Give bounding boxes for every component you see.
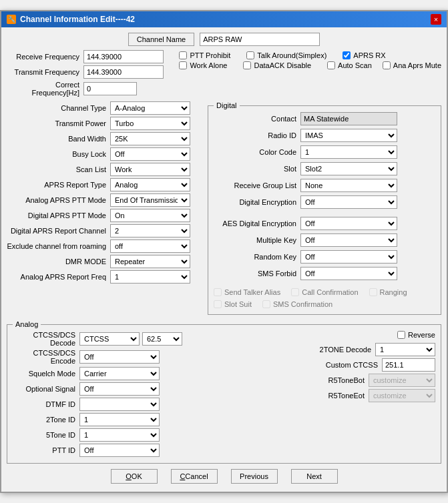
channel-type-label: Channel Type	[7, 104, 110, 112]
contact-label: Contact	[214, 115, 300, 123]
aes-enc-select[interactable]: Off	[300, 217, 397, 230]
random-key-select[interactable]: Off	[300, 250, 397, 264]
sms-forbid-select[interactable]: Off	[300, 267, 397, 280]
slot-row: Slot Slot2	[214, 162, 435, 175]
busy-lock-label: Busy Lock	[7, 150, 110, 158]
squelch-mode-select[interactable]: Carrier	[79, 367, 160, 380]
transmit-freq-input[interactable]	[83, 65, 164, 79]
custom-ctcss-input[interactable]	[382, 358, 435, 372]
ptt-id-select[interactable]: Off	[79, 444, 160, 457]
digital-legend: Digital	[214, 101, 240, 109]
content-area: Channel Name Receive Frequency Transmit …	[1, 27, 447, 492]
dataack-checkbox[interactable]	[243, 61, 251, 69]
aprs-rx-label: APRS RX	[353, 51, 385, 59]
ctcss-decode-extra-select[interactable]: 62.5	[142, 332, 182, 346]
digital-enc-select[interactable]: Off	[300, 195, 397, 209]
analog-aprs-ptt-row: Analog APRS PTT Mode End Of Transmission	[7, 193, 204, 207]
receive-group-select[interactable]: None	[300, 179, 397, 192]
multiple-key-row: Multiple Key Off	[214, 233, 435, 247]
analog-inner: CTCSS/DCS Decode CTCSS 62.5 CTCSS/DCS En…	[13, 331, 435, 459]
send-talker-checkbox[interactable]	[214, 288, 222, 296]
optional-signal-label: Optional Signal	[13, 385, 79, 393]
talk-around-checkbox[interactable]	[246, 51, 254, 59]
radio-id-row: Radio ID IMAS	[214, 129, 435, 142]
twotone-label: 2Tone ID	[13, 416, 79, 424]
previous-button[interactable]: Previous	[231, 469, 278, 484]
optional-signal-select[interactable]: Off	[79, 382, 160, 396]
color-code-select[interactable]: 1	[300, 145, 397, 159]
sms-forbid-label: SMS Forbid	[214, 270, 300, 278]
digital-enc-label: Digital Encryption	[214, 198, 300, 206]
ctcss-decode-label: CTCSS/DCS Decode	[13, 331, 79, 347]
receive-freq-input[interactable]	[83, 50, 164, 63]
work-alone-checkbox[interactable]	[179, 61, 187, 69]
slot-select[interactable]: Slot2	[300, 162, 397, 175]
top-checkboxes: PTT Prohibit Talk Around(Simplex) APRS R…	[179, 50, 441, 99]
aes-enc-row: AES Digital Encryption Off	[214, 217, 435, 230]
channel-type-row: Channel Type A-Analog	[7, 101, 204, 115]
slot-suit-checkbox[interactable]	[214, 300, 222, 308]
ctcss-decode-select[interactable]: CTCSS	[79, 332, 140, 346]
r5tonebot-label: R5ToneBot	[328, 376, 365, 384]
main-layout: Channel Type A-Analog Transmit Power Tur…	[7, 101, 441, 318]
twotone-select[interactable]: 1	[79, 413, 160, 426]
r5tonebot-row: R5ToneBot customize	[302, 374, 435, 387]
ctcss-encode-select[interactable]: Off	[79, 350, 160, 364]
transmit-power-select[interactable]: Turbo	[110, 117, 190, 130]
call-confirm-checkbox[interactable]	[291, 288, 299, 296]
digital-enc-row: Digital Encryption Off	[214, 195, 435, 209]
close-button[interactable]: ×	[431, 14, 441, 25]
band-width-select[interactable]: 25K	[110, 132, 190, 145]
aprs-rx-checkbox[interactable]	[343, 51, 351, 59]
channel-type-select[interactable]: A-Analog	[110, 101, 190, 115]
multiple-key-label: Multiple Key	[214, 236, 300, 244]
twotone-decode-select[interactable]: 1	[375, 343, 435, 356]
dataack-label: DataACK Disable	[254, 61, 311, 69]
dtmf-select[interactable]	[79, 398, 160, 411]
aprs-report-type-select[interactable]: Analog	[110, 178, 190, 191]
digital-aprs-ptt-select[interactable]: On	[110, 209, 190, 222]
fivetone-select[interactable]: 1	[79, 428, 160, 442]
fivetone-row: 5Tone ID 1	[13, 428, 296, 442]
ctcss-encode-label: CTCSS/DCS Encode	[13, 349, 79, 365]
next-button[interactable]: Next	[291, 469, 338, 484]
busy-lock-select[interactable]: Off	[110, 147, 190, 161]
digital-aprs-ptt-label: Digital APRS PTT Mode	[7, 211, 110, 219]
send-talker-cb-row: Send Talker Alias	[214, 288, 280, 296]
auto-scan-checkbox[interactable]	[327, 61, 335, 69]
color-code-row: Color Code 1	[214, 145, 435, 159]
r5toneeot-select[interactable]: customize	[369, 389, 435, 402]
exclude-roaming-select[interactable]: off	[110, 239, 190, 253]
twotone-row: 2Tone ID 1	[13, 413, 296, 426]
call-confirm-label: Call Confirmation	[302, 288, 358, 296]
digital-aprs-report-row: Digital APRS Report Channel 2	[7, 224, 204, 237]
transmit-power-row: Transmit Power Turbo	[7, 117, 204, 130]
ranging-checkbox[interactable]	[369, 288, 377, 296]
ana-aprs-mute-checkbox[interactable]	[383, 61, 391, 69]
analog-aprs-freq-select[interactable]: 1	[110, 270, 190, 284]
call-confirm-cb-row: Call Confirmation	[291, 288, 358, 296]
ptt-prohibit-checkbox[interactable]	[179, 51, 187, 59]
correct-freq-input[interactable]	[83, 82, 137, 95]
r5tonebot-select[interactable]: customize	[369, 374, 435, 387]
analog-right: Reverse 2TONE Decode 1 Custom CTCSS R5To…	[302, 331, 435, 459]
multiple-key-select[interactable]: Off	[300, 233, 397, 247]
correct-freq-row: Correct Frequency[Hz]	[7, 81, 175, 97]
cancel-button[interactable]: CCancel	[171, 469, 218, 484]
reverse-checkbox[interactable]	[397, 331, 405, 339]
random-key-row: Random Key Off	[214, 250, 435, 264]
sms-confirm-label: SMS Confirmation	[273, 300, 332, 308]
buttons-row: OOK CCancel Previous Next	[7, 464, 441, 486]
sms-confirm-checkbox[interactable]	[262, 300, 270, 308]
radio-id-select[interactable]: IMAS	[300, 129, 397, 142]
digital-aprs-report-select[interactable]: 2	[110, 224, 190, 237]
dtmf-label: DTMF ID	[13, 400, 79, 408]
work-alone-row: Work Alone DataACK Disable Auto Scan Ana…	[179, 61, 441, 69]
channel-name-input[interactable]	[200, 33, 320, 46]
analog-aprs-ptt-select[interactable]: End Of Transmission	[110, 193, 190, 207]
ok-button[interactable]: OOK	[111, 469, 158, 484]
main-window: 🔧 Channel Information Edit----42 × Chann…	[0, 10, 448, 493]
reverse-row: Reverse	[302, 331, 435, 339]
scan-list-select[interactable]: Work	[110, 163, 190, 176]
dmr-mode-select[interactable]: Repeater	[110, 255, 190, 268]
